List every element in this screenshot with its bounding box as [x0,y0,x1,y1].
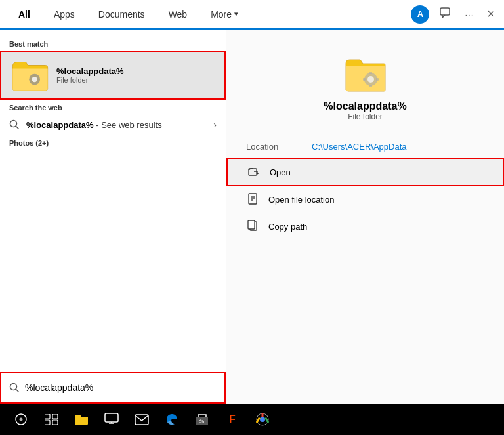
photos-label: Photos (2+) [0,135,226,150]
taskbar-store-button[interactable]: 🛍 [189,406,215,432]
open-button[interactable]: Open [226,158,504,186]
top-nav: All Apps Documents Web More ▾ A [0,0,504,30]
svg-point-3 [10,121,17,127]
search-web-label: Search the web [0,100,226,114]
taskbar-chrome-button[interactable] [249,406,276,432]
taskbar-search-button[interactable] [8,406,34,432]
taskbar-taskview-button[interactable] [38,406,64,432]
taskbar-design-button[interactable]: F [219,406,245,432]
ellipsis-icon[interactable]: ··· [462,6,476,23]
location-label: Location [246,142,299,152]
left-panel: Best match %localappdata% File folder [0,30,226,404]
svg-point-33 [260,417,265,422]
close-icon[interactable]: × [484,4,497,24]
web-search-item[interactable]: %localappdata% - See web results › [0,114,226,135]
search-results: Best match %localappdata% File folder [0,30,226,372]
svg-rect-29 [135,415,148,425]
web-search-text: %localappdata% - See web results [26,120,162,130]
location-row: Location C:\Users\ACER\AppData [226,135,504,158]
best-match-item[interactable]: %localappdata% File folder [0,51,226,100]
result-title: %localappdata% [56,66,124,76]
svg-rect-9 [369,72,372,74]
svg-point-5 [10,384,17,390]
search-icon [9,119,20,130]
svg-rect-25 [52,420,58,425]
folder-icon [10,57,50,93]
svg-rect-11 [363,78,366,81]
nav-right: A ··· × [411,4,497,24]
large-folder-icon [345,56,387,94]
feedback-icon[interactable] [437,5,454,24]
search-icon-bottom [9,383,20,393]
tab-documents[interactable]: Documents [87,0,157,29]
svg-rect-26 [105,413,118,422]
taskbar-mail-button[interactable] [129,406,155,432]
taskbar-edge-button[interactable] [159,406,185,432]
svg-rect-19 [248,220,255,229]
svg-rect-10 [369,85,372,87]
tab-more[interactable]: More ▾ [199,0,250,29]
right-folder-title: %localappdata% [324,100,406,112]
svg-line-4 [16,127,19,129]
svg-point-2 [32,77,37,82]
taskbar-explorer-button[interactable] [68,406,94,432]
taskbar-computer-button[interactable] [98,406,125,432]
svg-rect-22 [45,414,50,419]
svg-rect-23 [52,414,58,419]
tab-apps[interactable]: Apps [42,0,87,29]
chevron-right-icon: › [213,119,217,130]
right-actions: Open Open file location [226,158,504,240]
result-subtitle: File folder [56,76,124,84]
location-value[interactable]: C:\Users\ACER\AppData [312,142,407,152]
copy-path-button[interactable]: Copy path [226,213,504,240]
copy-path-label: Copy path [268,222,307,232]
right-header: %localappdata% File folder [226,43,504,135]
open-label: Open [270,167,291,177]
result-text: %localappdata% File folder [56,66,124,84]
svg-rect-14 [249,194,257,204]
copy-path-icon [246,220,259,234]
open-file-location-button[interactable]: Open file location [226,186,504,213]
svg-point-8 [368,76,374,83]
tab-web[interactable]: Web [157,0,200,29]
right-panel: %localappdata% File folder Location C:\U… [226,30,504,404]
svg-text:🛍: 🛍 [199,419,204,425]
avatar[interactable]: A [411,5,429,24]
svg-rect-12 [376,78,379,81]
search-bar [0,372,226,404]
taskbar: 🛍 F [0,404,504,435]
chevron-down-icon: ▾ [234,10,238,18]
open-file-location-label: Open file location [268,195,334,205]
svg-rect-0 [440,8,450,15]
svg-rect-24 [45,420,50,425]
search-input[interactable] [25,383,217,393]
tab-all[interactable]: All [7,0,42,29]
open-file-location-icon [246,193,259,207]
svg-line-6 [16,390,19,392]
open-icon [247,166,261,178]
right-folder-sub: File folder [324,112,406,121]
content-area: Best match %localappdata% File folder [0,30,504,404]
svg-point-21 [20,418,23,421]
best-match-label: Best match [0,36,226,51]
